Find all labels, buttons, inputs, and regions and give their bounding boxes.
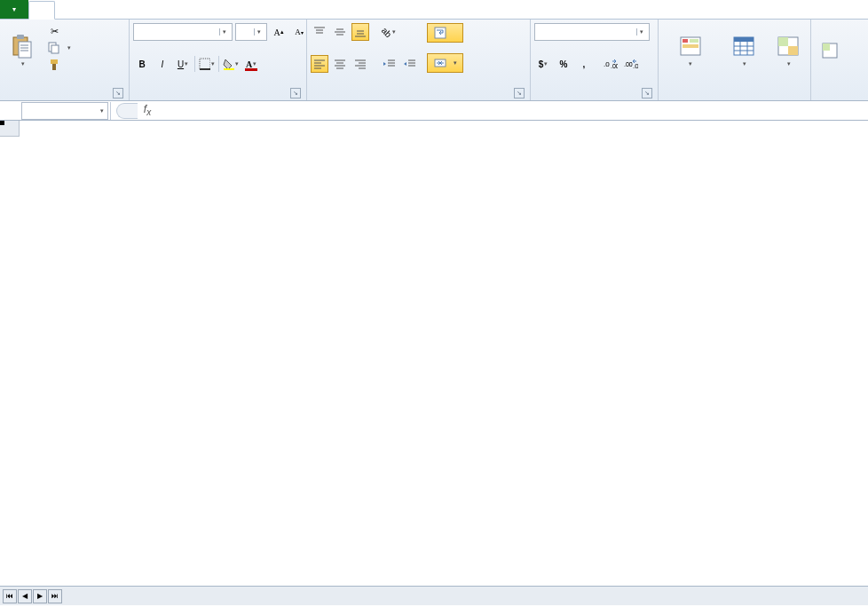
align-top-button[interactable] [311, 23, 328, 41]
svg-text:.00: .00 [611, 63, 618, 69]
align-middle-button[interactable] [331, 23, 349, 41]
align-right-button[interactable] [351, 55, 369, 73]
grow-font-button[interactable]: A▴ [270, 23, 288, 41]
svg-text:.00: .00 [624, 61, 633, 67]
decrease-indent-button[interactable] [380, 55, 398, 73]
table-icon [731, 34, 756, 59]
sheet-nav-next[interactable]: ▶ [33, 589, 47, 603]
sheet-nav-prev[interactable]: ◀ [18, 589, 32, 603]
svg-rect-59 [788, 46, 798, 55]
merge-icon [433, 56, 447, 70]
svg-text:.0: .0 [633, 62, 638, 69]
fx-icon[interactable]: fx [138, 103, 157, 117]
tab-data[interactable] [130, 0, 154, 19]
format-as-table-button[interactable]: ▾ [722, 21, 767, 80]
accounting-format-button[interactable]: $▾ [534, 55, 552, 73]
svg-rect-2 [19, 42, 31, 58]
increase-indent-button[interactable] [400, 55, 418, 73]
alignment-launcher[interactable]: ↘ [514, 88, 525, 99]
number-launcher[interactable]: ↘ [642, 88, 652, 99]
insert-cells-button[interactable] [815, 21, 843, 80]
insert-icon [817, 37, 841, 62]
sheet-nav-first[interactable]: ⏮ [3, 589, 17, 603]
number-format-combo[interactable]: ▾ [534, 23, 650, 41]
tab-page-layout[interactable] [80, 0, 105, 19]
svg-rect-10 [200, 59, 210, 69]
fill-color-button[interactable]: ▾ [222, 55, 240, 73]
fx-expand[interactable] [116, 103, 138, 119]
svg-rect-48 [683, 39, 688, 43]
cut-icon: ✂ [47, 24, 61, 38]
ribbon: ▾ ✂ ▾ ↘ ▾ ▾ A▴ A▾ B I U▾ ▾ [0, 20, 868, 101]
svg-rect-58 [778, 37, 788, 46]
svg-rect-7 [51, 45, 59, 53]
tab-review[interactable] [154, 0, 179, 19]
svg-rect-8 [51, 59, 58, 64]
paste-icon [10, 34, 35, 59]
merge-center-button[interactable]: ▾ [427, 53, 463, 73]
formula-input[interactable] [157, 103, 868, 119]
svg-rect-1 [17, 35, 24, 39]
increase-decimal-button[interactable]: .0.00 [602, 55, 619, 73]
worksheet-grid[interactable] [0, 121, 868, 586]
tab-home[interactable] [28, 1, 55, 20]
svg-rect-9 [52, 64, 56, 70]
tab-insert[interactable] [55, 0, 80, 19]
svg-rect-61 [823, 43, 830, 51]
font-color-button[interactable]: A▾ [242, 55, 260, 73]
cell-styles-button[interactable]: ▾ [769, 21, 807, 80]
italic-button[interactable]: I [154, 55, 171, 73]
cut-button[interactable]: ✂ [44, 23, 74, 39]
font-launcher[interactable]: ↘ [290, 88, 301, 99]
svg-rect-50 [683, 44, 698, 48]
copy-icon [47, 41, 61, 55]
font-name-combo[interactable]: ▾ [133, 23, 233, 41]
format-painter-button[interactable] [44, 57, 74, 73]
bold-button[interactable]: B [133, 55, 151, 73]
align-center-button[interactable] [331, 55, 349, 73]
wrap-icon [433, 26, 447, 40]
border-button[interactable]: ▾ [198, 55, 216, 73]
cond-fmt-icon [678, 34, 703, 59]
brush-icon [47, 58, 61, 72]
align-bottom-button[interactable] [351, 23, 369, 41]
svg-rect-12 [224, 68, 234, 70]
name-box[interactable]: ▾ [21, 102, 108, 120]
font-size-combo[interactable]: ▾ [235, 23, 267, 41]
tab-view[interactable] [179, 0, 204, 19]
sheet-nav-last[interactable]: ⏭ [48, 589, 62, 603]
svg-rect-52 [734, 37, 754, 42]
decrease-decimal-button[interactable]: .00.0 [622, 55, 640, 73]
shrink-font-button[interactable]: A▾ [290, 23, 308, 41]
cell-styles-icon [776, 34, 801, 59]
tab-formulas[interactable] [105, 0, 130, 19]
align-left-button[interactable] [311, 55, 328, 73]
menu-bar [0, 0, 868, 20]
sheet-tab-bar: ⏮ ◀ ▶ ⏭ [0, 586, 868, 605]
clipboard-launcher[interactable]: ↘ [113, 88, 123, 99]
svg-rect-49 [690, 39, 698, 43]
percent-button[interactable]: % [555, 55, 572, 73]
svg-text:.0: .0 [604, 60, 610, 68]
paste-button[interactable]: ▾ [4, 21, 41, 80]
formula-bar: ▾ fx [0, 101, 868, 121]
file-tab[interactable] [0, 0, 28, 19]
copy-button[interactable]: ▾ [44, 40, 74, 56]
wrap-text-button[interactable] [427, 23, 463, 43]
svg-rect-13 [245, 68, 257, 71]
orientation-button[interactable]: ab▾ [380, 23, 398, 41]
comma-button[interactable]: , [575, 55, 593, 73]
conditional-formatting-button[interactable]: ▾ [662, 21, 719, 80]
underline-button[interactable]: U▾ [174, 55, 192, 73]
